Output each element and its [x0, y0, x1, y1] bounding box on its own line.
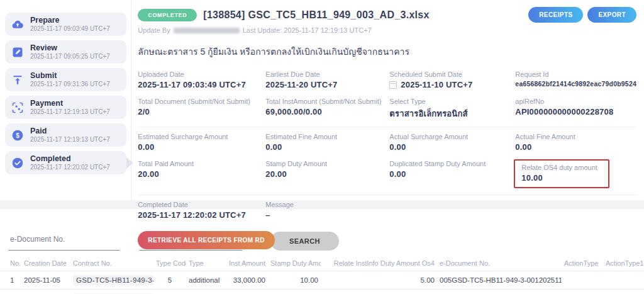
field-estimated-surcharge: Estimated Surcharge Amount 0.00 — [138, 129, 265, 156]
field-stamp-duty: Stamp Duty Amount 20.00 — [265, 156, 389, 193]
upload-tray-icon — [11, 74, 24, 86]
field-scheduled-submit-date: Scheduled Submit Date 2025-11-10 UTC+7 — [389, 67, 515, 94]
step-timestamp: 2025-11-17 09:03:49 UTC+7 — [30, 25, 110, 33]
update-info: Update By Last Update: 2025-11-17 12:19:… — [138, 26, 636, 34]
status-badge: COMPLETED — [138, 9, 197, 21]
field-uploaded-date: Uploaded Date 2025-11-17 09:03:49 UTC+7 — [138, 67, 265, 94]
documents-table: No. Creation Date Contract No. Type Code… — [0, 256, 644, 294]
step-label: Submit — [30, 71, 110, 81]
grid-divider — [138, 195, 636, 195]
step-label: Paid — [30, 127, 110, 137]
field-total-paid: Total Paid Amount 20.00 — [138, 156, 265, 193]
step-label: Review — [30, 43, 110, 54]
col-stamp-duty-amount: Stamp Duty Amount — [268, 256, 321, 271]
col-actiontype1: ActionType1 — [603, 256, 644, 271]
step-review[interactable]: Review 2025-11-17 09:05:25 UTC+7 — [5, 40, 126, 64]
field-message: Message – — [265, 197, 389, 224]
field-estimated-fine: Estimated Fine Amount 0.00 — [265, 129, 389, 156]
table-row[interactable]: 1 2025-11-05 GSD-TC5-HB11-949-3-001 5 ad… — [0, 271, 644, 290]
field-api-ref-no: apiRefNo API000000000000228708 — [515, 94, 636, 125]
edocument-no-input[interactable] — [9, 231, 119, 251]
col-inst-amount: Inst Amount — [225, 256, 268, 271]
document-detail-panel: COMPLETED [138854] GSC_TC5_HB11_949_003_… — [131, 0, 644, 200]
check-circle-icon — [11, 157, 24, 169]
documents-table-wrap: No. Creation Date Contract No. Type Code… — [0, 256, 644, 294]
dollar-circle-icon: $ — [11, 129, 24, 142]
step-label: Payment — [30, 99, 110, 109]
field-duplicated-stamp-duty: Duplicated Stamp Duty Amount 0.00 — [389, 156, 515, 193]
field-completed-date: Completed Date 2025-11-17 12:20:02 UTC+7 — [138, 197, 265, 224]
workflow-sidebar: Prepare 2025-11-17 09:03:49 UTC+7 Review… — [0, 0, 131, 200]
field-actual-surcharge: Actual Surcharge Amount 0.00 — [389, 129, 515, 156]
step-timestamp: 2025-11-17 09:05:25 UTC+7 — [30, 53, 110, 60]
table-row[interactable]: 2 2025-11-05 GSD-TC5-HB11-949-3-002 5 ad… — [0, 290, 644, 294]
calendar-icon — [389, 81, 397, 89]
col-type: Type — [186, 256, 225, 271]
update-by-redacted — [174, 28, 240, 33]
step-timestamp: 2025-11-17 09:31:36 UTC+7 — [30, 81, 110, 88]
field-total-document: Total Document (Submit/Not Submit) 2/0 — [138, 94, 265, 125]
detail-section: Prepare 2025-11-17 09:03:49 UTC+7 Review… — [0, 0, 644, 200]
col-contract-no: Contract No. — [70, 256, 153, 271]
col-relate-instinfo-os4: Relate InstInfo Duty Amount Os4 — [321, 256, 437, 271]
grid-divider — [138, 127, 636, 127]
cloud-upload-icon — [11, 18, 24, 31]
field-grid: Uploaded Date 2025-11-17 09:03:49 UTC+7 … — [138, 67, 636, 224]
col-creation-date: Creation Date — [21, 256, 70, 271]
update-by-label: Update By — [138, 26, 170, 34]
step-timestamp: 2025-11-17 12:20:02 UTC+7 — [30, 164, 110, 171]
step-timestamp: 2025-11-17 12:19:13 UTC+7 — [30, 108, 110, 116]
field-actual-fine: Actual Fine Amount 0.00 — [515, 129, 636, 156]
step-timestamp: 2025-11-17 12:19:13 UTC+7 — [30, 136, 110, 144]
last-update-text: Last Update: 2025-11-17 12:19:13 UTC+7 — [243, 26, 372, 34]
step-payment[interactable]: Payment 2025-11-17 12:19:13 UTC+7 — [5, 96, 126, 119]
step-label: Completed — [30, 154, 110, 164]
step-paid[interactable]: $ Paid 2025-11-17 12:19:13 UTC+7 — [5, 123, 126, 147]
header-row: COMPLETED [138854] GSC_TC5_HB11_949_003_… — [138, 7, 636, 23]
qr-scan-icon — [11, 101, 24, 114]
step-submit[interactable]: Submit 2025-11-17 09:31:36 UTC+7 — [5, 68, 126, 91]
relate-os4-highlight-box: Relate OS4 duty amount 10.00 — [514, 159, 609, 188]
col-actiontype: ActionType — [562, 256, 603, 271]
instrument-description: ลักษณะตราสาร 5 กู้ยืมเงิน หรือการตกลงให้… — [138, 45, 636, 59]
field-earliest-due-date: Earliest Due Date 2025-11-20 UTC+7 — [265, 67, 389, 94]
field-request-id: Request Id ea656862bf21414c9892eac79d0b9… — [515, 67, 636, 94]
field-total-instamount: Total InstAmount (Submit/Not Submit) 69,… — [265, 94, 389, 125]
step-label: Prepare — [30, 16, 110, 26]
col-type-code: Type Code — [153, 256, 186, 271]
svg-text:$: $ — [16, 132, 19, 139]
step-prepare[interactable]: Prepare 2025-11-17 09:03:49 UTC+7 — [5, 13, 126, 36]
review-pen-icon — [11, 46, 24, 59]
table-header-row: No. Creation Date Contract No. Type Code… — [0, 256, 644, 271]
field-select-type: Select Type ตราสารอิเล็กทรอนิกส์ — [389, 94, 515, 125]
page-title: [138854] GSC_TC5_HB11_949_003_AD_3.xlsx — [203, 9, 430, 21]
export-button[interactable]: EXPORT — [587, 7, 636, 23]
receipts-button[interactable]: RECEIPTS — [528, 7, 583, 23]
contract-no-value: GSD-TC5-HB11-949-3-001 — [73, 275, 153, 285]
field-relate-os4-duty: Relate OS4 duty amount 10.00 — [515, 156, 636, 193]
step-completed[interactable]: Completed 2025-11-17 12:20:02 UTC+7 — [5, 151, 126, 174]
col-no: No. — [0, 256, 21, 271]
col-edocument-no: e-Document No. — [437, 256, 562, 271]
retrieve-receipts-button[interactable]: RETRIEVE ALL RECEIPTS FROM RD — [138, 231, 275, 249]
